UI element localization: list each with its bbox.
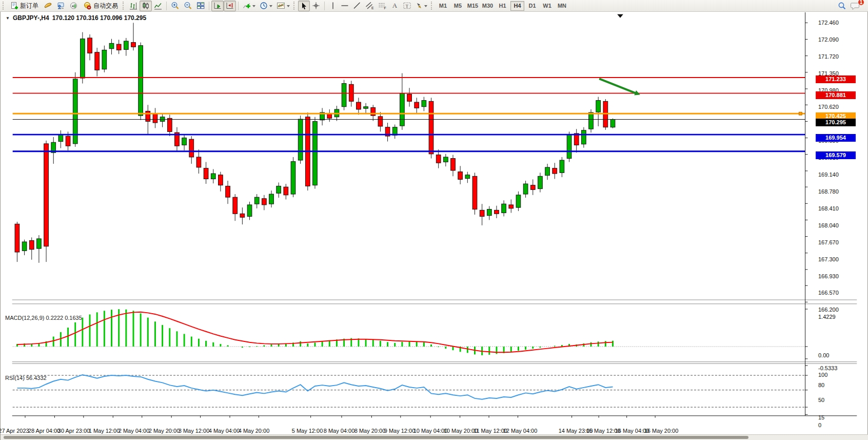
candle-down xyxy=(44,144,49,246)
toolbar-grip[interactable] xyxy=(123,2,125,10)
cursor-tool-button[interactable] xyxy=(298,1,310,11)
bar-chart-button[interactable] xyxy=(127,1,140,11)
timeframe-m5-button[interactable]: M5 xyxy=(451,1,465,11)
candle-down xyxy=(357,102,361,109)
horizontal-scrollbar[interactable] xyxy=(1,434,868,440)
candle-up xyxy=(589,112,594,129)
rsi-axis-label: 80 xyxy=(818,382,824,388)
date-axis-label: 11 May 12:00 xyxy=(474,428,507,434)
candle-down xyxy=(458,172,463,180)
search-button[interactable] xyxy=(836,1,849,11)
text-tool-button[interactable]: A xyxy=(389,1,401,11)
candle-down xyxy=(284,187,288,195)
candle-up xyxy=(124,41,128,50)
candle-down xyxy=(15,224,19,252)
toolbar-grip[interactable] xyxy=(293,2,295,10)
date-axis-label: 10 May 04:00 xyxy=(413,428,448,434)
svg-text:T: T xyxy=(406,4,409,9)
new-order-button[interactable]: 新订单 xyxy=(7,1,42,11)
date-axis-label: 4 May 20:00 xyxy=(239,428,270,434)
equidistant-channel-icon: E xyxy=(365,2,374,10)
line-drag-handle[interactable] xyxy=(799,112,802,115)
auto-trading-button[interactable]: 自动交易 xyxy=(80,1,121,11)
timeframe-h1-button[interactable]: H1 xyxy=(496,1,509,11)
new-order-icon xyxy=(10,2,18,10)
trendline-tool-button[interactable] xyxy=(351,1,363,11)
candle-down xyxy=(146,111,150,121)
notifications-button[interactable]: 1 xyxy=(849,1,862,11)
price-axis-label: 171.720 xyxy=(818,53,839,60)
date-axis-label: 2 May 04:00 xyxy=(119,428,150,434)
date-axis-label: 1 May 12:00 xyxy=(89,428,120,434)
candle-up xyxy=(109,43,114,48)
search-icon xyxy=(838,2,846,10)
candlestick-chart-button[interactable] xyxy=(140,1,152,11)
candle-up xyxy=(342,84,346,107)
toolbar-grip[interactable] xyxy=(3,2,5,10)
templates-button[interactable] xyxy=(274,1,292,11)
terminal-button[interactable] xyxy=(54,1,67,11)
tile-windows-button[interactable] xyxy=(194,1,207,11)
toolbar-grip[interactable] xyxy=(431,2,433,10)
macd-indicator-label: MACD(12,26,9) 0.2222 0.1635 xyxy=(5,315,82,321)
crosshair-tool-button[interactable] xyxy=(310,1,322,11)
timeframe-m1-button[interactable]: M1 xyxy=(436,1,450,11)
date-axis-label: 8 May 20:00 xyxy=(354,428,386,434)
signal-broadcast-icon xyxy=(69,2,78,10)
scrollbar-thumb[interactable] xyxy=(4,436,748,439)
timeframe-d1-button[interactable]: D1 xyxy=(525,1,539,11)
candle-down xyxy=(451,159,456,170)
auto-scroll-icon xyxy=(213,2,222,10)
notification-count-badge: 1 xyxy=(858,0,864,6)
candle-up xyxy=(502,204,506,213)
toolbar-separator xyxy=(238,2,239,10)
zoom-out-button[interactable] xyxy=(182,1,194,11)
price-axis-label: 170.620 xyxy=(818,104,839,110)
signals-button[interactable] xyxy=(67,1,80,11)
equidistant-channel-tool-button[interactable]: E xyxy=(363,1,376,11)
vertical-line-tool-button[interactable] xyxy=(327,1,339,11)
periods-button[interactable] xyxy=(258,1,274,11)
chart-shift-marker-icon[interactable] xyxy=(617,14,623,18)
text-label-icon: T xyxy=(403,2,411,10)
candle-up xyxy=(291,162,295,194)
horizontal-line-tool-button[interactable] xyxy=(339,1,351,11)
candle-up xyxy=(102,50,107,69)
chart-shift-button[interactable] xyxy=(224,1,236,11)
timeframe-m30-button[interactable]: M30 xyxy=(481,1,495,11)
candle-down xyxy=(167,118,172,131)
price-badge-resistance: 170.881 xyxy=(816,91,856,99)
timeframe-w1-button[interactable]: W1 xyxy=(540,1,554,11)
chart-symbol-label: GBPJPY-,H4 xyxy=(13,14,49,22)
price-badge-resistance: 171.233 xyxy=(816,75,856,83)
rsi-axis-label: 0 xyxy=(818,422,821,428)
chart-plot[interactable] xyxy=(1,12,868,440)
chart-window[interactable]: ▼ GBPJPY-,H4 170.120 170.316 170.096 170… xyxy=(0,12,868,440)
candle-down xyxy=(480,210,484,216)
timeframe-mn-button[interactable]: MN xyxy=(555,1,569,11)
chevron-down-icon xyxy=(269,5,272,9)
text-label-tool-button[interactable]: T xyxy=(401,1,413,11)
line-chart-button[interactable] xyxy=(152,1,164,11)
candle-down xyxy=(196,157,201,167)
candle-down xyxy=(189,139,194,157)
indicators-button[interactable] xyxy=(241,1,258,11)
chart-shift-icon xyxy=(226,2,234,10)
timeframe-h4-button[interactable]: H4 xyxy=(510,1,524,11)
candle-down xyxy=(88,38,92,53)
zoom-in-button[interactable] xyxy=(169,1,182,11)
date-axis-label: 4 May 04:00 xyxy=(209,428,240,434)
arrows-tool-button[interactable] xyxy=(413,1,429,11)
chart-ohlc-values: 170.120 170.316 170.096 170.295 xyxy=(52,14,147,22)
timeframe-m15-button[interactable]: M15 xyxy=(466,1,480,11)
trend-arrow-annotation[interactable] xyxy=(599,79,637,93)
candle-up xyxy=(560,160,564,173)
macd-axis-label: 1.4229 xyxy=(818,314,836,320)
fibonacci-tool-button[interactable]: F xyxy=(376,1,389,11)
clock-icon xyxy=(260,2,268,10)
chart-menu-triangle-icon[interactable]: ▼ xyxy=(6,16,10,21)
gold-button[interactable] xyxy=(42,1,54,11)
auto-scroll-button[interactable] xyxy=(211,1,224,11)
svg-text:F: F xyxy=(384,6,386,10)
main-toolbar: 新订单 自动交易 xyxy=(0,0,868,12)
